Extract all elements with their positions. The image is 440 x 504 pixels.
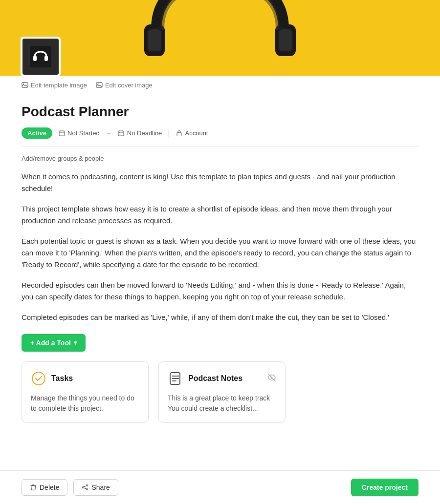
desc-para-5: Completed episodes can be marked as 'Liv…	[22, 312, 418, 323]
delete-button[interactable]: Delete	[22, 479, 67, 496]
desc-para-2: This project template shows how easy it …	[22, 203, 418, 227]
thumbnail	[21, 37, 61, 76]
tools-grid: Tasks Manage the things you need to do t…	[22, 361, 418, 423]
tasks-tool-name: Tasks	[51, 374, 73, 383]
svg-rect-15	[118, 131, 124, 136]
cover-image-icon	[96, 82, 103, 89]
svg-rect-2	[148, 29, 161, 51]
podcast-notes-tool-description: This is a great place to keep track You …	[168, 393, 276, 414]
chevron-down-icon: ▾	[74, 339, 77, 346]
svg-rect-7	[44, 56, 48, 61]
svg-rect-16	[120, 130, 120, 132]
lock-icon	[176, 130, 183, 137]
svg-point-19	[32, 372, 45, 385]
tasks-card-header: Tasks	[31, 371, 139, 386]
svg-rect-6	[33, 56, 37, 61]
deadline-calendar-icon	[118, 130, 125, 137]
svg-rect-14	[63, 130, 63, 132]
svg-rect-18	[177, 133, 181, 136]
visibility-off-icon[interactable]	[267, 373, 276, 384]
podcast-notes-tool-card[interactable]: Podcast Notes This is a great place to k…	[158, 361, 286, 423]
svg-point-9	[23, 83, 24, 84]
tasks-icon	[31, 371, 46, 386]
footer-bar: Delete Share Create project	[0, 470, 440, 504]
content-area: Podcast Planner Active Not Started →	[0, 95, 440, 470]
project-title: Podcast Planner	[22, 104, 418, 120]
svg-rect-12	[59, 131, 65, 136]
tasks-tool-description: Manage the things you need to do to comp…	[31, 393, 139, 414]
trash-icon	[30, 484, 37, 491]
share-button[interactable]: Share	[73, 479, 118, 496]
svg-point-11	[97, 83, 98, 84]
svg-rect-13	[60, 130, 61, 132]
tasks-tool-card[interactable]: Tasks Manage the things you need to do t…	[22, 361, 149, 423]
page-container: Edit template image Edit cover image Pod…	[0, 0, 440, 504]
desc-para-1: When it comes to podcasting, content is …	[22, 171, 418, 194]
project-description: When it comes to podcasting, content is …	[22, 171, 418, 323]
status-badge[interactable]: Active	[22, 127, 52, 139]
svg-rect-17	[122, 130, 123, 132]
image-icon	[22, 82, 28, 89]
svg-point-21	[87, 485, 88, 486]
not-started-item[interactable]: Not Started	[58, 129, 100, 137]
cover-image	[0, 0, 440, 76]
arrow-icon: →	[106, 129, 112, 137]
notes-icon	[168, 371, 183, 386]
podcast-notes-tool-name: Podcast Notes	[188, 374, 242, 383]
account-item[interactable]: Account	[176, 129, 208, 137]
footer-left-actions: Delete Share	[22, 479, 118, 496]
share-icon	[82, 484, 88, 491]
desc-para-4: Recorded episodes can then be moved forw…	[22, 279, 418, 303]
svg-rect-5	[30, 46, 51, 67]
add-tool-button[interactable]: + Add a Tool ▾	[22, 334, 86, 352]
svg-rect-4	[279, 29, 292, 51]
edit-links-row: Edit template image Edit cover image	[0, 76, 440, 95]
no-deadline-item[interactable]: No Deadline	[118, 129, 162, 137]
create-project-button[interactable]: Create project	[351, 479, 418, 496]
calendar-icon	[58, 130, 65, 137]
meta-row: Active Not Started →	[22, 127, 418, 147]
edit-cover-image-link[interactable]: Edit cover image	[96, 82, 153, 89]
svg-point-22	[87, 489, 88, 490]
add-people-link[interactable]: Add/remove groups & people	[22, 155, 418, 162]
podcast-notes-card-header: Podcast Notes	[168, 371, 276, 386]
edit-template-image-link[interactable]: Edit template image	[22, 82, 87, 89]
desc-para-3: Each potential topic or guest is shown a…	[22, 235, 418, 271]
svg-rect-0	[0, 0, 440, 76]
